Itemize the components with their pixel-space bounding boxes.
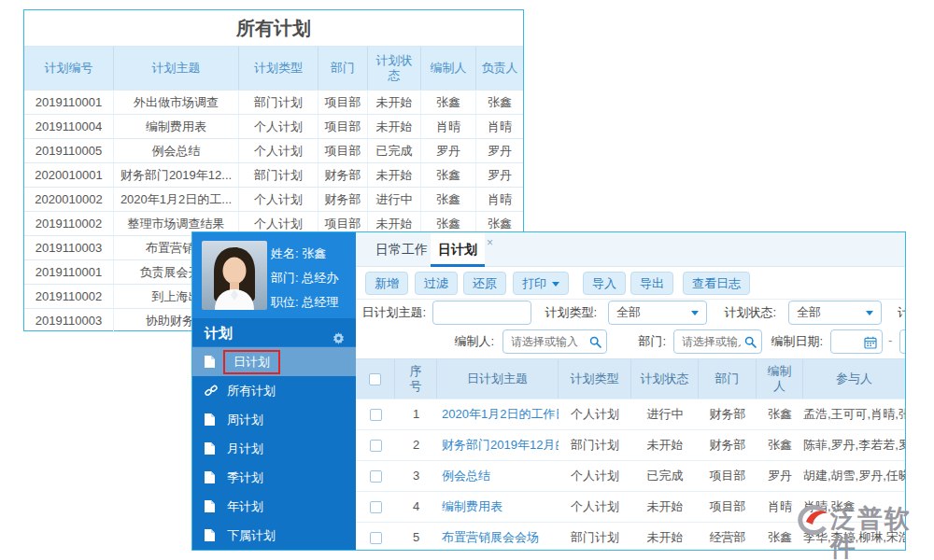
sidebar-item-quarterly-plan[interactable]: 季计划 (192, 463, 356, 492)
date-to-input[interactable] (899, 329, 906, 354)
user-avatar (202, 241, 267, 310)
cell: 罗丹 (476, 163, 523, 187)
cell: 2019110002 (24, 285, 114, 308)
row-checkbox[interactable] (370, 440, 382, 452)
print-label: 打印 (522, 276, 546, 290)
toolbar: 新增 过滤 还原 打印 导入 导出 查看日志 (356, 267, 905, 300)
row-checkbox[interactable] (370, 532, 382, 544)
dept-filter-input[interactable] (673, 329, 762, 354)
compiler-filter-label: 编制人: (436, 333, 494, 350)
select-all-cell (356, 359, 395, 399)
sidebar-item-daily-plan[interactable]: 日计划 (192, 347, 356, 376)
cell: 2019110003 (24, 236, 114, 259)
col-header: 序号 (395, 359, 437, 399)
chevron-down-icon (691, 311, 699, 315)
plan-subject-link[interactable]: 编制费用表 (437, 492, 559, 522)
new-button[interactable]: 新增 (365, 272, 408, 295)
export-button[interactable]: 导出 (630, 272, 673, 295)
col-header: 日计划主题 (437, 359, 559, 399)
table-row[interactable]: 2019110001 外出做市场调查 部门计划 项目部 未开始 张鑫 张鑫 (24, 90, 523, 114)
checkbox-cell (356, 430, 395, 460)
date-from-input[interactable] (830, 329, 883, 354)
type-select-value: 全部 (616, 305, 641, 319)
compiler-filter-input[interactable] (502, 329, 607, 354)
print-button[interactable]: 打印 (513, 272, 569, 295)
status-select-value: 全部 (797, 305, 821, 319)
cell: 2019110004 (24, 115, 114, 138)
cell: 2019110005 (24, 139, 114, 162)
cell: 进行中 (631, 399, 699, 429)
select-all-checkbox[interactable] (369, 373, 381, 385)
sidebar-menu: 日计划 所有计划 周计划 (192, 347, 356, 550)
all-plans-header-row: 计划编号 计划主题 计划类型 部门 计划状态 编制人 负责人 (24, 46, 523, 90)
table-row[interactable]: 1 2020年1月2日的工作日... 个人计划 进行中 财务部 张鑫 孟浩,王可… (356, 399, 905, 429)
sidebar-item-subordinate-plan[interactable]: 下属计划 (192, 521, 356, 550)
tab-daily-plan[interactable]: 日计划 × (431, 232, 485, 267)
table-row[interactable]: 2019110004 编制费用表 个人计划 项目部 未开始 肖晴 肖晴 (24, 114, 523, 138)
sidebar-item-label: 日计划 (234, 355, 270, 369)
screen: 所有计划 计划编号 计划主题 计划类型 部门 计划状态 编制人 负责人 2019… (0, 0, 934, 560)
sidebar-item-yearly-plan[interactable]: 年计划 (192, 492, 356, 521)
row-checkbox[interactable] (370, 501, 382, 513)
cell: 财务部 (699, 430, 757, 460)
cell: 项目部 (699, 461, 757, 491)
checkbox-cell (356, 523, 395, 551)
col-header: 计划状态 (631, 359, 699, 399)
cell: 项目部 (318, 139, 368, 162)
search-icon[interactable] (589, 336, 601, 351)
row-checkbox[interactable] (370, 409, 382, 421)
table-row[interactable]: 2020010002 2020年1月2日的工... 个人计划 财务部 进行中 张… (24, 187, 523, 211)
col-header: 部门 (699, 359, 757, 399)
view-log-button[interactable]: 查看日志 (683, 272, 750, 295)
table-row[interactable]: 2020010001 财务部门2019年12... 部门计划 财务部 未开始 张… (24, 162, 523, 187)
cell: 已完成 (631, 461, 699, 491)
sidebar-item-label: 年计划 (227, 498, 263, 515)
plan-subject-link[interactable]: 2020年1月2日的工作日... (437, 399, 559, 429)
import-button[interactable]: 导入 (583, 272, 626, 295)
col-header: 计划主题 (114, 47, 239, 90)
plan-subject-link[interactable]: 例会总结 (437, 461, 559, 491)
sidebar-item-weekly-plan[interactable]: 周计划 (192, 405, 356, 434)
subject-input[interactable] (433, 301, 531, 324)
restore-button[interactable]: 还原 (463, 272, 506, 295)
cell: 个人计划 (559, 461, 631, 491)
table-row[interactable]: 3 例会总结 个人计划 已完成 项目部 罗丹 胡建,胡雪,罗丹,任晓... (356, 460, 905, 491)
cell: 例会总结 (114, 139, 239, 162)
table-row[interactable]: 2 财务部门2019年12月的... 部门计划 未开始 财务部 张鑫 陈菲,罗丹… (356, 429, 905, 460)
status-select[interactable]: 全部 (788, 301, 882, 325)
chevron-down-icon (866, 311, 873, 315)
cell: 财务部 (318, 163, 368, 187)
tab-daily-work[interactable]: 日常工作 (375, 232, 428, 266)
checkbox-cell (356, 399, 395, 429)
subject-filter-input[interactable] (432, 301, 531, 325)
table-row[interactable]: 2019110005 例会总结 个人计划 项目部 已完成 罗丹 罗丹 (24, 138, 523, 162)
col-header: 部门 (318, 47, 368, 90)
sidebar-item-monthly-plan[interactable]: 月计划 (192, 434, 356, 463)
cell: 编制费用表 (114, 115, 239, 138)
plan-subject-link[interactable]: 布置营销展会会场 (437, 523, 559, 551)
cell-no: 5 (395, 523, 437, 551)
checkbox-cell (356, 492, 395, 522)
plan-subject-link[interactable]: 财务部门2019年12月的... (437, 430, 559, 460)
annotation-highlight-box: 日计划 (223, 350, 280, 374)
type-select[interactable]: 全部 (608, 301, 707, 325)
close-icon[interactable]: × (487, 231, 493, 259)
col-header: 编制人 (421, 47, 476, 90)
profile-department: 部门: 总经办 (271, 270, 338, 287)
sidebar-item-all-plans[interactable]: 所有计划 (192, 376, 356, 405)
watermark-text: 泛普软件 www.fanpusoft.com (830, 505, 934, 560)
cell: 张鑫 (421, 91, 476, 114)
col-header: 编制人 (757, 359, 803, 399)
col-header: 参与人 (803, 359, 905, 399)
watermark-brand: 泛普软件 (830, 505, 934, 560)
col-header: 计划状态 (368, 47, 421, 90)
calendar-icon[interactable] (864, 336, 877, 352)
checkbox-cell (356, 461, 395, 491)
link-icon (205, 385, 219, 397)
clipped-filter-label: 计 (898, 304, 906, 321)
status-filter-label: 计划状态: (718, 304, 776, 321)
cell: 个人计划 (559, 492, 631, 522)
cell: 部门计划 (559, 523, 631, 551)
row-checkbox[interactable] (370, 470, 382, 483)
filter-button[interactable]: 过滤 (415, 272, 458, 295)
